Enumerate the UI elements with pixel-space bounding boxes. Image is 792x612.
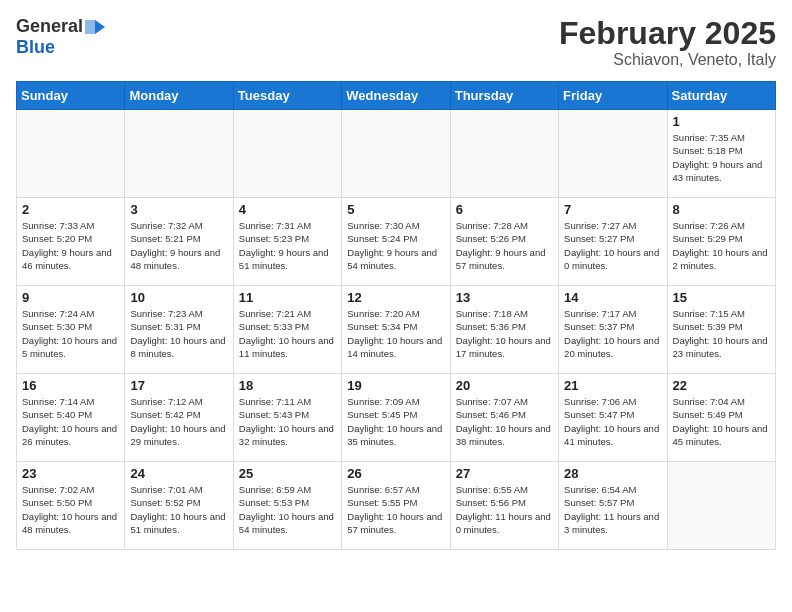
day-info: Sunrise: 7:24 AM Sunset: 5:30 PM Dayligh… [22, 307, 119, 360]
day-info: Sunrise: 7:09 AM Sunset: 5:45 PM Dayligh… [347, 395, 444, 448]
day-info: Sunrise: 7:15 AM Sunset: 5:39 PM Dayligh… [673, 307, 770, 360]
day-number: 4 [239, 202, 336, 217]
day-info: Sunrise: 7:21 AM Sunset: 5:33 PM Dayligh… [239, 307, 336, 360]
calendar-cell: 22Sunrise: 7:04 AM Sunset: 5:49 PM Dayli… [667, 374, 775, 462]
calendar-cell: 12Sunrise: 7:20 AM Sunset: 5:34 PM Dayli… [342, 286, 450, 374]
calendar-cell: 14Sunrise: 7:17 AM Sunset: 5:37 PM Dayli… [559, 286, 667, 374]
month-title: February 2025 [559, 16, 776, 51]
day-number: 23 [22, 466, 119, 481]
calendar-cell: 5Sunrise: 7:30 AM Sunset: 5:24 PM Daylig… [342, 198, 450, 286]
day-number: 13 [456, 290, 553, 305]
day-number: 3 [130, 202, 227, 217]
calendar-cell: 11Sunrise: 7:21 AM Sunset: 5:33 PM Dayli… [233, 286, 341, 374]
day-number: 7 [564, 202, 661, 217]
day-number: 17 [130, 378, 227, 393]
calendar-cell: 13Sunrise: 7:18 AM Sunset: 5:36 PM Dayli… [450, 286, 558, 374]
day-number: 25 [239, 466, 336, 481]
calendar-cell: 16Sunrise: 7:14 AM Sunset: 5:40 PM Dayli… [17, 374, 125, 462]
calendar-week-0: 1Sunrise: 7:35 AM Sunset: 5:18 PM Daylig… [17, 110, 776, 198]
calendar-week-1: 2Sunrise: 7:33 AM Sunset: 5:20 PM Daylig… [17, 198, 776, 286]
day-number: 16 [22, 378, 119, 393]
calendar-cell [125, 110, 233, 198]
logo-general: General [16, 16, 83, 37]
title-block: February 2025 Schiavon, Veneto, Italy [559, 16, 776, 69]
day-info: Sunrise: 7:01 AM Sunset: 5:52 PM Dayligh… [130, 483, 227, 536]
calendar-week-2: 9Sunrise: 7:24 AM Sunset: 5:30 PM Daylig… [17, 286, 776, 374]
day-info: Sunrise: 7:11 AM Sunset: 5:43 PM Dayligh… [239, 395, 336, 448]
calendar-cell: 2Sunrise: 7:33 AM Sunset: 5:20 PM Daylig… [17, 198, 125, 286]
day-number: 8 [673, 202, 770, 217]
calendar-cell: 15Sunrise: 7:15 AM Sunset: 5:39 PM Dayli… [667, 286, 775, 374]
day-info: Sunrise: 7:33 AM Sunset: 5:20 PM Dayligh… [22, 219, 119, 272]
calendar-cell [342, 110, 450, 198]
day-info: Sunrise: 7:04 AM Sunset: 5:49 PM Dayligh… [673, 395, 770, 448]
day-number: 28 [564, 466, 661, 481]
day-number: 9 [22, 290, 119, 305]
day-number: 24 [130, 466, 227, 481]
calendar-cell: 21Sunrise: 7:06 AM Sunset: 5:47 PM Dayli… [559, 374, 667, 462]
calendar-cell: 8Sunrise: 7:26 AM Sunset: 5:29 PM Daylig… [667, 198, 775, 286]
day-info: Sunrise: 7:07 AM Sunset: 5:46 PM Dayligh… [456, 395, 553, 448]
day-info: Sunrise: 6:59 AM Sunset: 5:53 PM Dayligh… [239, 483, 336, 536]
calendar-cell: 4Sunrise: 7:31 AM Sunset: 5:23 PM Daylig… [233, 198, 341, 286]
day-number: 26 [347, 466, 444, 481]
day-number: 15 [673, 290, 770, 305]
day-info: Sunrise: 7:28 AM Sunset: 5:26 PM Dayligh… [456, 219, 553, 272]
day-number: 14 [564, 290, 661, 305]
day-header-thursday: Thursday [450, 82, 558, 110]
calendar-table: SundayMondayTuesdayWednesdayThursdayFrid… [16, 81, 776, 550]
calendar-cell: 24Sunrise: 7:01 AM Sunset: 5:52 PM Dayli… [125, 462, 233, 550]
calendar-cell [559, 110, 667, 198]
day-number: 11 [239, 290, 336, 305]
day-info: Sunrise: 7:27 AM Sunset: 5:27 PM Dayligh… [564, 219, 661, 272]
calendar-cell: 17Sunrise: 7:12 AM Sunset: 5:42 PM Dayli… [125, 374, 233, 462]
day-number: 19 [347, 378, 444, 393]
calendar-week-3: 16Sunrise: 7:14 AM Sunset: 5:40 PM Dayli… [17, 374, 776, 462]
calendar-cell [450, 110, 558, 198]
calendar-cell: 27Sunrise: 6:55 AM Sunset: 5:56 PM Dayli… [450, 462, 558, 550]
day-info: Sunrise: 6:55 AM Sunset: 5:56 PM Dayligh… [456, 483, 553, 536]
day-number: 1 [673, 114, 770, 129]
location-subtitle: Schiavon, Veneto, Italy [559, 51, 776, 69]
day-info: Sunrise: 7:17 AM Sunset: 5:37 PM Dayligh… [564, 307, 661, 360]
day-number: 12 [347, 290, 444, 305]
day-info: Sunrise: 6:57 AM Sunset: 5:55 PM Dayligh… [347, 483, 444, 536]
day-header-saturday: Saturday [667, 82, 775, 110]
day-number: 6 [456, 202, 553, 217]
calendar-header-row: SundayMondayTuesdayWednesdayThursdayFrid… [17, 82, 776, 110]
day-number: 10 [130, 290, 227, 305]
calendar-cell [17, 110, 125, 198]
day-number: 27 [456, 466, 553, 481]
day-header-wednesday: Wednesday [342, 82, 450, 110]
calendar-cell: 10Sunrise: 7:23 AM Sunset: 5:31 PM Dayli… [125, 286, 233, 374]
day-info: Sunrise: 7:30 AM Sunset: 5:24 PM Dayligh… [347, 219, 444, 272]
svg-rect-1 [85, 20, 95, 34]
logo: General Blue [16, 16, 105, 58]
calendar-cell: 20Sunrise: 7:07 AM Sunset: 5:46 PM Dayli… [450, 374, 558, 462]
day-info: Sunrise: 7:02 AM Sunset: 5:50 PM Dayligh… [22, 483, 119, 536]
day-info: Sunrise: 7:32 AM Sunset: 5:21 PM Dayligh… [130, 219, 227, 272]
calendar-cell: 3Sunrise: 7:32 AM Sunset: 5:21 PM Daylig… [125, 198, 233, 286]
calendar-cell [233, 110, 341, 198]
calendar-cell: 1Sunrise: 7:35 AM Sunset: 5:18 PM Daylig… [667, 110, 775, 198]
day-info: Sunrise: 7:14 AM Sunset: 5:40 PM Dayligh… [22, 395, 119, 448]
calendar-cell: 26Sunrise: 6:57 AM Sunset: 5:55 PM Dayli… [342, 462, 450, 550]
day-info: Sunrise: 7:12 AM Sunset: 5:42 PM Dayligh… [130, 395, 227, 448]
calendar-cell: 18Sunrise: 7:11 AM Sunset: 5:43 PM Dayli… [233, 374, 341, 462]
day-number: 2 [22, 202, 119, 217]
day-number: 22 [673, 378, 770, 393]
calendar-cell: 7Sunrise: 7:27 AM Sunset: 5:27 PM Daylig… [559, 198, 667, 286]
calendar-cell [667, 462, 775, 550]
day-info: Sunrise: 7:31 AM Sunset: 5:23 PM Dayligh… [239, 219, 336, 272]
day-info: Sunrise: 6:54 AM Sunset: 5:57 PM Dayligh… [564, 483, 661, 536]
calendar-cell: 19Sunrise: 7:09 AM Sunset: 5:45 PM Dayli… [342, 374, 450, 462]
svg-marker-0 [95, 20, 105, 34]
day-header-tuesday: Tuesday [233, 82, 341, 110]
logo-flag-icon [85, 20, 105, 34]
day-header-sunday: Sunday [17, 82, 125, 110]
calendar-cell: 25Sunrise: 6:59 AM Sunset: 5:53 PM Dayli… [233, 462, 341, 550]
day-info: Sunrise: 7:18 AM Sunset: 5:36 PM Dayligh… [456, 307, 553, 360]
calendar-cell: 6Sunrise: 7:28 AM Sunset: 5:26 PM Daylig… [450, 198, 558, 286]
day-number: 21 [564, 378, 661, 393]
calendar-cell: 28Sunrise: 6:54 AM Sunset: 5:57 PM Dayli… [559, 462, 667, 550]
